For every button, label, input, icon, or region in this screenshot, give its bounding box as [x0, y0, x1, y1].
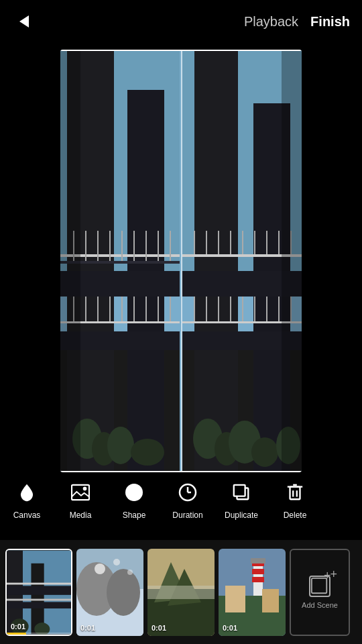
finish-button[interactable]: Finish [310, 14, 350, 30]
preview-divider [181, 50, 182, 472]
add-scene-label: Add Scene [302, 601, 338, 609]
scene-thumb-4[interactable]: 0:01 [219, 549, 286, 636]
scene-thumb-3[interactable]: 0:01 [147, 549, 215, 636]
svg-point-91 [95, 564, 105, 574]
duration-icon [174, 478, 202, 506]
scene-thumb-1[interactable]: 0:01 [5, 549, 72, 636]
svg-point-31 [131, 439, 164, 466]
delete-icon [281, 478, 309, 506]
svg-point-92 [113, 559, 120, 566]
canvas-label: Canvas [13, 511, 41, 520]
scene-3-duration: 0:01 [152, 624, 166, 632]
shape-label: Shape [123, 511, 146, 520]
scene-thumb-2[interactable]: 0:01 [76, 549, 143, 636]
media-tool[interactable]: Media [54, 478, 107, 520]
svg-rect-106 [225, 586, 245, 612]
back-icon [19, 15, 29, 28]
svg-rect-82 [7, 602, 71, 608]
svg-rect-74 [290, 487, 300, 500]
svg-rect-107 [262, 589, 279, 612]
svg-point-61 [251, 437, 278, 467]
svg-rect-104 [252, 577, 264, 582]
duplicate-label: Duplicate [225, 511, 258, 520]
svg-rect-34 [194, 50, 238, 472]
svg-rect-84 [7, 598, 71, 600]
svg-rect-64 [282, 50, 302, 472]
svg-text:+: + [324, 569, 331, 581]
canvas-tool[interactable]: Canvas [0, 478, 54, 520]
svg-point-90 [107, 569, 140, 616]
duration-tool[interactable]: Duration [161, 478, 215, 520]
scene-1-progress [7, 633, 71, 635]
svg-rect-83 [7, 582, 71, 584]
scene-2-duration: 0:01 [80, 624, 95, 632]
svg-point-67 [125, 484, 143, 501]
scene-1-duration: 0:01 [11, 623, 25, 631]
duration-label: Duration [172, 511, 202, 520]
duplicate-icon [227, 478, 255, 506]
topbar: Playback Finish [0, 0, 362, 43]
playback-button[interactable]: Playback [244, 14, 298, 30]
shape-tool[interactable]: Shape [107, 478, 161, 520]
back-button[interactable] [12, 9, 36, 34]
svg-rect-103 [252, 569, 264, 574]
svg-point-66 [83, 487, 87, 491]
svg-point-30 [107, 427, 134, 464]
svg-rect-105 [251, 558, 265, 564]
svg-rect-81 [7, 586, 71, 594]
duplicate-tool[interactable]: Duplicate [215, 478, 268, 520]
scene-4-duration: 0:01 [223, 624, 237, 632]
scene-strip: 0:01 0:01 0:01 [0, 540, 362, 644]
svg-rect-65 [72, 485, 89, 500]
svg-point-93 [127, 570, 133, 575]
topbar-right: Playback Finish [244, 14, 350, 30]
media-icon [66, 478, 95, 506]
add-scene-button[interactable]: + Add Scene [290, 549, 350, 636]
svg-rect-98 [147, 586, 215, 599]
video-preview [60, 50, 302, 472]
svg-rect-72 [234, 485, 245, 496]
delete-label: Delete [284, 511, 307, 520]
shape-icon [120, 478, 148, 506]
media-label: Media [70, 511, 92, 520]
svg-rect-63 [60, 50, 80, 472]
preview-border-bottom [60, 471, 302, 472]
add-scene-icon: + [309, 576, 330, 597]
canvas-icon [13, 478, 41, 506]
toolbar: Canvas Media Shape Duratio [0, 473, 362, 533]
delete-tool[interactable]: Delete [268, 478, 322, 520]
